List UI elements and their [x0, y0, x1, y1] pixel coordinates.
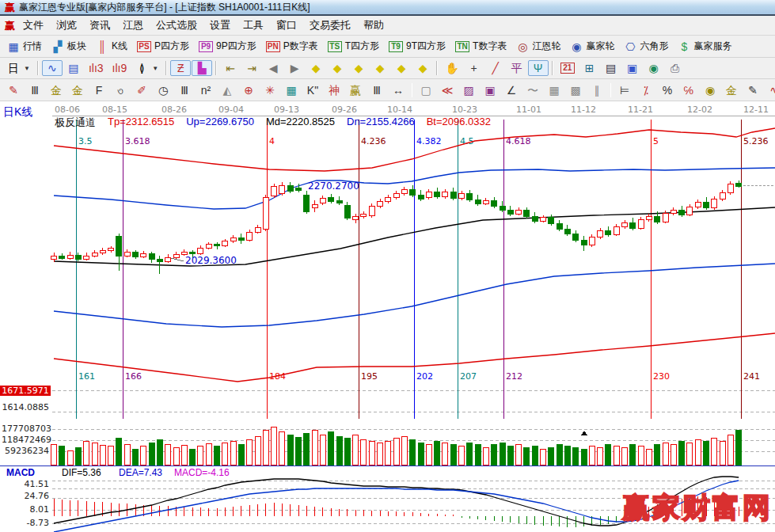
chart-area[interactable]: 08-0608-1508-2609-0409-1309-2610-1410-23… — [0, 101, 775, 532]
red-brush-icon-glyph: ✐ — [135, 84, 148, 97]
percent-minus-icon[interactable]: ℅ — [678, 82, 699, 98]
macd-dea-value: DEA=7.43 — [119, 467, 162, 478]
next-bar-icon[interactable]: ▶ — [284, 60, 305, 76]
diamond-shrink-icon[interactable]: ◆ — [370, 60, 390, 76]
gann-wheel-button[interactable]: ◎江恩轮 — [512, 38, 564, 55]
p-number-table-label: P数字表 — [283, 40, 318, 53]
spiral-icon[interactable]: ৩ — [110, 82, 131, 98]
sector-button[interactable]: ▞板块 — [47, 38, 90, 55]
calculator-icon[interactable]: ⊞ — [579, 60, 600, 76]
target-cross-icon[interactable]: ⊕ — [238, 82, 259, 98]
menu-item-7[interactable]: 窗口 — [270, 17, 303, 34]
menu-item-8[interactable]: 交易委托 — [303, 17, 357, 34]
last-bar-icon[interactable]: ⇥ — [241, 60, 262, 76]
menu-item-2[interactable]: 资讯 — [83, 17, 116, 34]
k-mark-icon[interactable]: K" — [302, 82, 323, 98]
segment-tool-icon[interactable]: ╱ — [485, 60, 506, 76]
menu-item-1[interactable]: 浏览 — [50, 17, 83, 34]
cycle-circle-icon[interactable]: ◷ — [153, 82, 173, 98]
prev-bar-icon[interactable]: ◀ — [263, 60, 283, 76]
parallel-lines-icon[interactable]: ∥ — [587, 82, 607, 98]
hexagon-button[interactable]: ⎔六角形 — [620, 38, 672, 55]
f-scale-icon[interactable]: F — [89, 82, 109, 98]
period-day-dropdown[interactable]: 日▼ — [3, 60, 34, 76]
menu-item-5[interactable]: 设置 — [203, 17, 237, 34]
n2-icon[interactable]: n² — [196, 82, 216, 98]
box-select-icon[interactable]: ▢ — [416, 82, 436, 98]
bars-9-icon[interactable]: ılı9 — [108, 60, 131, 76]
ruler-123-icon[interactable]: Ⅲ — [367, 82, 387, 98]
mirror-angle-icon[interactable]: ◭ — [217, 82, 237, 98]
shen-tool-icon[interactable]: 神 — [324, 82, 344, 98]
diamond-all-icon[interactable]: ◆ — [391, 60, 412, 76]
fan-lines-icon[interactable]: ≪ — [437, 82, 458, 98]
percent-icon[interactable]: % — [657, 82, 678, 98]
zigzag-icon[interactable]: 〜 — [522, 82, 543, 98]
percent-line-icon[interactable]: ⁒ — [636, 82, 656, 98]
gold-scale-up-icon[interactable]: 金 — [46, 82, 66, 98]
gold-lines-icon[interactable]: 金 — [721, 82, 742, 98]
crosshair-tool-icon[interactable]: + — [464, 60, 484, 76]
ying-tool-icon[interactable]: 赢 — [345, 82, 366, 98]
menu-item-0[interactable]: 文件 — [17, 17, 50, 34]
gold-circle-icon[interactable]: ◉ — [700, 82, 720, 98]
gold-scale-down-icon[interactable]: 金 — [67, 82, 88, 98]
box-rays-icon[interactable]: ▣ — [480, 82, 500, 98]
quote-list-button[interactable]: ▦行情 — [3, 38, 46, 55]
winner-wheel-glyph: ◉ — [570, 40, 583, 53]
winner-wheel-button[interactable]: ◉赢家轮 — [566, 38, 618, 55]
candle-style-dropdown[interactable]: ≬▼ — [131, 60, 162, 76]
box-diagonal-icon[interactable]: ▨ — [458, 82, 479, 98]
menu-item-9[interactable]: 帮助 — [357, 17, 390, 34]
brush-icon[interactable]: ✎ — [3, 82, 24, 98]
grid-fine-icon[interactable]: ▦ — [544, 82, 564, 98]
hand-tool-icon[interactable]: ✋ — [441, 60, 462, 76]
bars-3-icon[interactable]: ılı3 — [85, 60, 108, 76]
9t-square-button[interactable]: T99T四方形 — [385, 38, 450, 55]
save-icon[interactable]: ▣ — [622, 60, 643, 76]
info-panel-icon[interactable]: ▤ — [63, 60, 84, 76]
p-square-button[interactable]: PSP四方形 — [133, 38, 193, 55]
grid-target-icon[interactable]: ▦ — [281, 82, 302, 98]
print-icon[interactable]: ⎙ — [665, 60, 686, 76]
macd-axis-label-1: 41.51 — [2, 479, 49, 489]
menu-item-6[interactable]: 工具 — [237, 17, 270, 34]
main-toolbar: ▦行情▞板块║K线PSP四方形P99P四方形PNP数字表TST四方形T99T四方… — [0, 36, 775, 58]
diamond-center-icon[interactable]: ◆ — [412, 60, 433, 76]
diamond-right-icon[interactable]: ◆ — [327, 60, 348, 76]
t-square-button[interactable]: TST四方形 — [324, 38, 383, 55]
brush-icon-glyph: ✎ — [7, 84, 20, 97]
svg-text:09-04: 09-04 — [218, 104, 244, 115]
kline-button[interactable]: ║K线 — [92, 38, 131, 55]
prev-bar-icon-glyph: ◀ — [267, 62, 279, 74]
ray-star-icon[interactable]: ✳ — [260, 82, 280, 98]
ruler-icon[interactable]: Ⅲ — [174, 82, 195, 98]
calendar-icon[interactable]: 21 — [557, 61, 579, 75]
menu-item-4[interactable]: 公式选股 — [150, 17, 203, 34]
first-bar-icon[interactable]: ⇤ — [220, 60, 241, 76]
trend-wave-icon[interactable]: ∿ — [42, 60, 63, 76]
p-number-table-button[interactable]: PNP数字表 — [262, 38, 322, 55]
histogram-icon[interactable]: ▙ — [192, 60, 212, 76]
pattern-icon[interactable]: Ƶ — [170, 60, 191, 76]
p-square-label: P四方形 — [154, 40, 189, 53]
9p-square-button[interactable]: P99P四方形 — [195, 38, 260, 55]
wave-strike-icon[interactable]: ∿ — [764, 82, 775, 98]
winner-service-button[interactable]: $赢家服务 — [674, 38, 735, 55]
formula-icon[interactable]: Ψ — [528, 60, 549, 76]
span-arrow-icon[interactable]: ↔ — [388, 82, 408, 98]
diamond-expand-icon[interactable]: ◆ — [348, 60, 369, 76]
t-number-table-button[interactable]: TNT数字表 — [451, 38, 511, 55]
pen-icon[interactable]: ✎ — [743, 82, 763, 98]
flat-tool-icon[interactable]: 平 — [507, 60, 527, 76]
pattern-icon-glyph: Ƶ — [174, 62, 187, 74]
red-brush-icon[interactable]: ✐ — [131, 82, 152, 98]
notes-icon[interactable]: ▤ — [601, 60, 621, 76]
diamond-left-icon[interactable]: ◆ — [306, 60, 326, 76]
angle-line-icon[interactable]: ∠ — [501, 82, 522, 98]
grid-box-icon[interactable]: ▩ — [565, 82, 586, 98]
gann-scale-icon[interactable]: Ⅲ — [25, 82, 45, 98]
browser-icon[interactable]: ◉ — [644, 60, 664, 76]
price-scale-icon[interactable]: ⊨ — [614, 82, 635, 98]
menu-item-3[interactable]: 江恩 — [116, 17, 150, 34]
